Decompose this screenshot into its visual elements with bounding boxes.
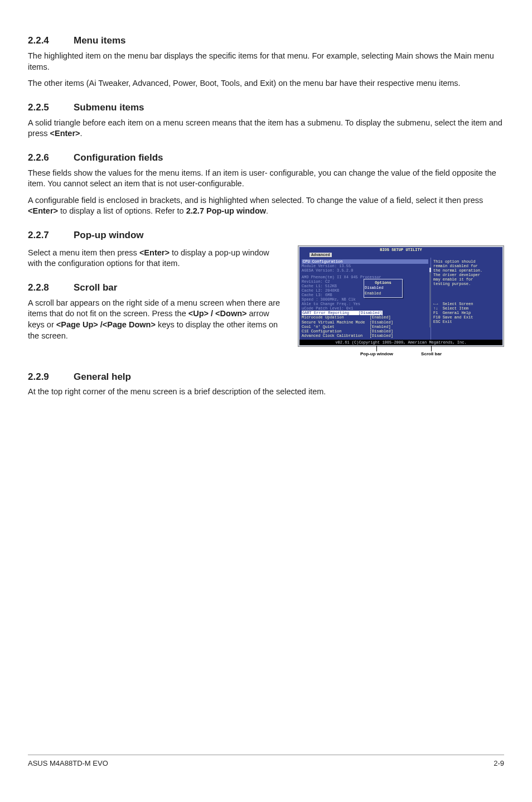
heading-224: 2.2.4Menu items <box>28 35 504 47</box>
bios-item: Cool 'n' Quiet [Enabled] <box>302 325 428 329</box>
bios-screenshot: BIOS SETUP UTILITY Advanced CPU Configur… <box>298 245 504 359</box>
heading-229: 2.2.9General help <box>28 371 504 384</box>
bios-title: BIOS SETUP UTILITY <box>299 247 502 253</box>
bios-help-line: This option should <box>433 259 500 264</box>
footer-right: 2-9 <box>494 758 504 769</box>
bios-item: Microcode Updation [Enabled] <box>302 315 428 320</box>
heading-226: 2.2.6Configuration fields <box>28 152 504 165</box>
bios-selected-row: GART Error Reporting [Disabled] <box>302 311 383 315</box>
bios-tab-advanced: Advanced <box>309 253 332 257</box>
heading-227: 2.2.7Pop-up window <box>28 229 504 242</box>
bios-item: C1E Configuration [Disabled] <box>302 329 428 334</box>
para: At the top right corner of the menu scre… <box>28 386 504 398</box>
bios-nav: ←→ Select Screen <box>433 302 500 306</box>
para: A scroll bar appears on the right side o… <box>28 298 286 341</box>
para: The other items (Ai Tweaker, Advanced, P… <box>28 78 504 89</box>
heading-225: 2.2.5Submenu items <box>28 102 504 114</box>
bios-popup: Options Disabled Enabled <box>364 279 403 298</box>
page-footer: ASUS M4A88TD-M EVO 2-9 <box>28 755 504 769</box>
bios-section-header: CPU Configuration <box>302 259 428 264</box>
bios-item: Secure Virtual Machine Mode [Disabled] <box>302 320 428 325</box>
footer-left: ASUS M4A88TD-M EVO <box>28 758 108 769</box>
para: A solid triangle before each item on a m… <box>28 118 504 139</box>
scrollbar <box>429 268 431 327</box>
heading-228: 2.2.8Scroll bar <box>28 282 286 294</box>
para: A configurable field is enclosed in brac… <box>28 195 504 217</box>
callout-scrollbar: Scroll bar <box>421 346 442 357</box>
para: The highlighted item on the menu bar dis… <box>28 51 504 73</box>
para: Select a menu item then press <Enter> to… <box>28 248 286 269</box>
bios-footer: v02.61 (C)Copyright 1985-2009, American … <box>299 340 502 345</box>
callout-popup: Pop-up window <box>360 346 393 357</box>
bios-item: Advanced Clock Calibration [Disabled] <box>302 334 428 338</box>
para: These fields show the values for the men… <box>28 168 504 190</box>
